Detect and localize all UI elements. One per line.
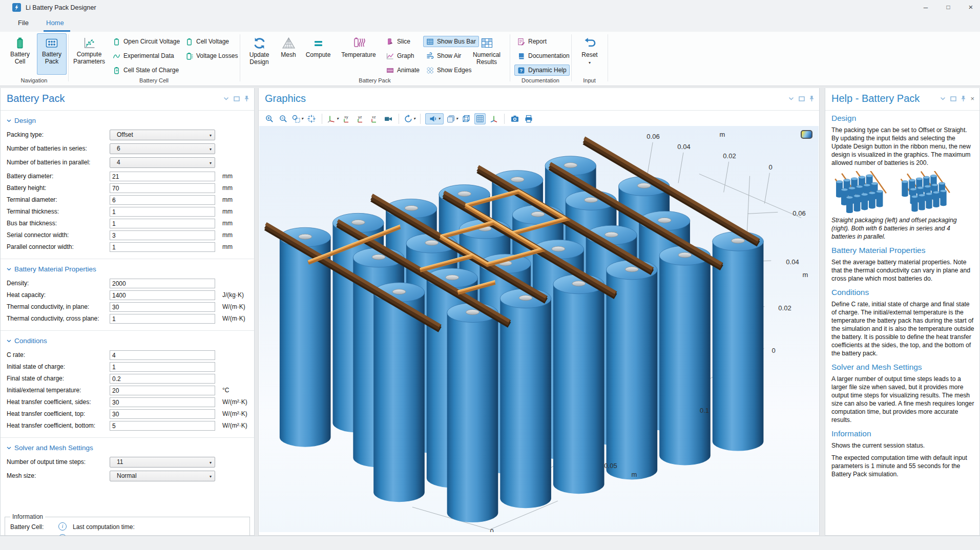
show-edges-toggle[interactable]: Show Edges: [423, 65, 474, 76]
thermal-conductivity-cross-plane-input[interactable]: [110, 314, 215, 324]
terminal-thickness-input[interactable]: [110, 207, 215, 217]
experimental-data-button[interactable]: Experimental Data: [110, 50, 177, 61]
dynamic-help-toggle[interactable]: ? Dynamic Help: [514, 65, 570, 76]
c-rate-input[interactable]: [110, 350, 215, 360]
window-title: Li Battery Pack Designer: [26, 4, 96, 11]
graphics-context-button[interactable]: [801, 130, 812, 139]
temperature-button[interactable]: Temperature: [337, 33, 380, 75]
htc-bottom-input[interactable]: [110, 421, 215, 431]
animate-button[interactable]: Animate: [383, 65, 423, 76]
cell-voltage-button[interactable]: Cell Voltage: [182, 36, 232, 47]
terminal-diameter-input[interactable]: [110, 195, 215, 205]
dropdown-arrow-icon[interactable]: ▾: [301, 116, 303, 121]
show-frame-button[interactable]: [461, 113, 472, 124]
documentation-button[interactable]: Documentation: [514, 50, 573, 61]
heat-capacity-input[interactable]: [110, 290, 215, 300]
pin-icon[interactable]: [961, 95, 966, 102]
parallel-count-select[interactable]: 4▾: [110, 157, 215, 168]
default-view-button[interactable]: ▾: [327, 113, 339, 124]
close-button[interactable]: ×: [960, 0, 980, 15]
tab-file[interactable]: File: [13, 15, 34, 32]
rotate-button[interactable]: ▾: [404, 113, 415, 124]
zoom-in-button[interactable]: [264, 113, 275, 124]
dropdown-arrow-icon[interactable]: ▾: [456, 116, 458, 121]
view-mode-button[interactable]: ▾: [446, 113, 458, 124]
bus-bar-thickness-input[interactable]: [110, 219, 215, 228]
mesh-size-select[interactable]: Normal▾: [110, 471, 215, 481]
float-window-icon[interactable]: [950, 96, 956, 101]
thermal-conductivity-in-plane-input[interactable]: [110, 302, 215, 312]
scene-light-button[interactable]: ▾: [425, 113, 444, 124]
view-xz-button[interactable]: xz: [369, 113, 380, 124]
section-chevron-icon: [7, 447, 11, 450]
output-time-steps-select[interactable]: 11▾: [110, 457, 215, 468]
close-panel-icon[interactable]: ×: [970, 96, 974, 101]
dropdown-arrow-icon[interactable]: ▾: [413, 116, 415, 121]
compute-parameters-button[interactable]: ComputeParameters: [72, 33, 106, 75]
pin-icon[interactable]: [244, 95, 249, 102]
minimize-button[interactable]: –: [914, 0, 937, 15]
show-grid-button[interactable]: [474, 113, 486, 124]
scene-camera-button[interactable]: [383, 113, 394, 124]
update-design-button[interactable]: UpdateDesign: [244, 33, 275, 75]
graphics-canvas[interactable]: 0.06 0.04 0.02 0 m 0.06 0.04 m 0.02 0 0.…: [259, 126, 819, 532]
show-air-toggle[interactable]: Show Air: [423, 50, 464, 61]
mesh-button[interactable]: Mesh: [277, 33, 300, 75]
float-window-icon[interactable]: [799, 96, 805, 101]
serial-connector-width-input[interactable]: [110, 230, 215, 240]
final-soc-input[interactable]: [110, 374, 215, 384]
view-yz-button[interactable]: yz: [355, 113, 366, 124]
section-solver[interactable]: Solver and Mesh Settings: [7, 444, 254, 452]
report-button[interactable]: Report: [514, 36, 550, 47]
dropdown-arrow-icon[interactable]: ▾: [439, 116, 441, 121]
grid-icon: [426, 38, 434, 46]
battery-diameter-input[interactable]: [110, 172, 215, 181]
screenshot-button[interactable]: [509, 113, 520, 124]
help-text: Define C rate, initial state of charge a…: [831, 300, 974, 357]
chevron-down-icon[interactable]: [223, 97, 229, 100]
graph-button[interactable]: Graph: [383, 50, 417, 61]
series-count-select[interactable]: 6▾: [110, 143, 215, 154]
htc-sides-input[interactable]: [110, 397, 215, 407]
axis-tick-label: 0: [772, 347, 775, 354]
packing-type-select[interactable]: Offset▾: [110, 130, 215, 140]
htc-top-input[interactable]: [110, 409, 215, 419]
maximize-button[interactable]: □: [937, 0, 960, 15]
view-xy-button[interactable]: xy: [341, 113, 352, 124]
voltage-losses-button[interactable]: Voltage Losses: [182, 50, 241, 61]
zoom-extents-button[interactable]: [306, 113, 317, 124]
zoom-out-button[interactable]: [278, 113, 289, 124]
help-text: The packing type can be set to Offset or…: [831, 126, 974, 167]
section-conditions[interactable]: Conditions: [7, 337, 254, 345]
parallel-connector-width-input[interactable]: [110, 242, 215, 252]
density-input[interactable]: [110, 279, 215, 288]
axis-orientation-button[interactable]: [488, 113, 499, 124]
axis-unit-label: m: [632, 471, 637, 478]
info-icon[interactable]: i: [58, 522, 67, 531]
section-material[interactable]: Battery Material Properties: [7, 265, 254, 273]
initial-soc-input[interactable]: [110, 362, 215, 372]
battery-height-input[interactable]: [110, 183, 215, 193]
open-circuit-voltage-button[interactable]: Open Circuit Voltage: [110, 36, 183, 47]
reset-button[interactable]: Reset▾: [576, 33, 603, 75]
print-button[interactable]: [523, 113, 534, 124]
dropdown-arrow-icon[interactable]: ▾: [337, 116, 339, 121]
slice-button[interactable]: Slice: [383, 36, 413, 47]
chevron-down-icon[interactable]: [788, 97, 794, 100]
battery-cell-button[interactable]: BatteryCell: [5, 33, 35, 75]
section-design[interactable]: Design: [7, 117, 254, 124]
chevron-down-icon[interactable]: [940, 97, 946, 100]
axis-tick-label: 0.02: [778, 304, 791, 312]
battery-pack-button[interactable]: BatteryPack: [37, 33, 67, 75]
curve-icon: [113, 52, 120, 60]
pin-icon[interactable]: [809, 95, 814, 102]
numerical-results-button[interactable]: NumericalResults: [469, 33, 504, 75]
zoom-box-button[interactable]: ▾: [291, 113, 303, 124]
reset-dropdown-arrow[interactable]: ▾: [589, 60, 591, 65]
compute-button[interactable]: Compute: [302, 33, 334, 75]
tab-home[interactable]: Home: [41, 15, 69, 32]
battery-pack-3d-scene: [259, 126, 819, 532]
cell-state-of-charge-button[interactable]: Cell State of Charge: [110, 65, 182, 76]
float-window-icon[interactable]: [234, 96, 240, 101]
initial-temperature-input[interactable]: [110, 386, 215, 395]
